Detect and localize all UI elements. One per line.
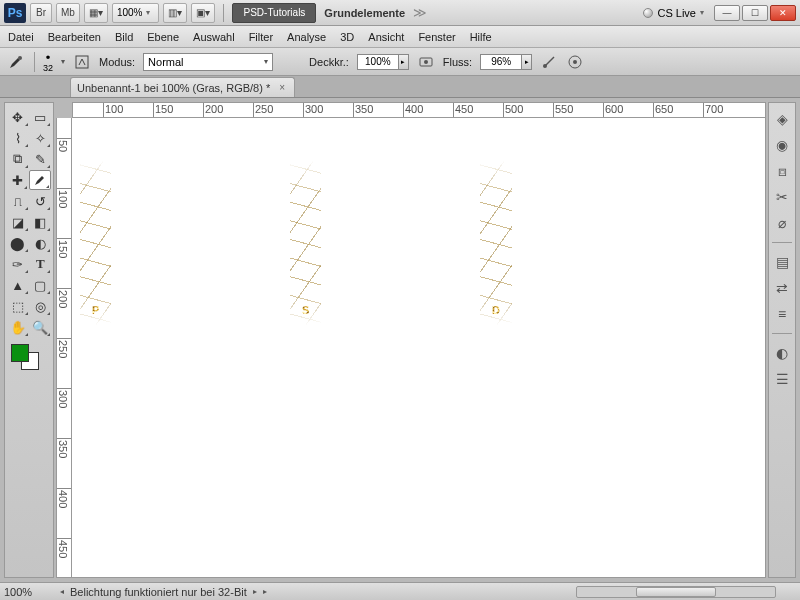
zoom-level-select[interactable]: 100% bbox=[112, 3, 160, 23]
options-bar: • 32 ▾ Modus: Normal Deckkr.: 100% ▸ Flu… bbox=[0, 48, 800, 76]
fluss-label: Fluss: bbox=[443, 56, 472, 68]
canvas-letter-s: S bbox=[302, 138, 309, 348]
adjustments-panel-icon[interactable]: ✂ bbox=[772, 187, 792, 207]
move-tool[interactable]: ✥ bbox=[7, 107, 29, 127]
menu-3d[interactable]: 3D bbox=[340, 31, 354, 43]
workspace-active[interactable]: PSD-Tutorials bbox=[232, 3, 316, 23]
status-message: Belichtung funktioniert nur bei 32-Bit bbox=[70, 586, 247, 598]
brush-panel-icon[interactable]: ◐ bbox=[772, 343, 792, 363]
opacity-input[interactable]: 100% bbox=[357, 54, 399, 70]
cslive-status-icon bbox=[643, 8, 653, 18]
document-tab-title: Unbenannt-1 bei 100% (Gras, RGB/8) * bbox=[77, 82, 270, 94]
deckkraft-label: Deckkr.: bbox=[309, 56, 349, 68]
color-panel-icon[interactable]: ▤ bbox=[772, 252, 792, 272]
cslive-label: CS Live bbox=[657, 7, 696, 19]
close-tab-icon[interactable]: × bbox=[276, 82, 288, 94]
status-flyout-icon[interactable]: ▸ bbox=[263, 587, 267, 596]
opacity-flyout[interactable]: ▸ bbox=[399, 54, 409, 70]
workspace-more-icon[interactable]: ≫ bbox=[413, 5, 427, 20]
menu-bar: Datei Bearbeiten Bild Ebene Auswahl Filt… bbox=[0, 26, 800, 48]
menu-bearbeiten[interactable]: Bearbeiten bbox=[48, 31, 101, 43]
document-tab-bar: Unbenannt-1 bei 100% (Gras, RGB/8) * × bbox=[0, 76, 800, 98]
tablet-pressure-opacity-icon[interactable] bbox=[417, 53, 435, 71]
minibridge-button[interactable]: Mb bbox=[56, 3, 80, 23]
menu-analyse[interactable]: Analyse bbox=[287, 31, 326, 43]
3d-tool[interactable]: ⬚ bbox=[7, 296, 29, 316]
path-selection-tool[interactable]: ▲ bbox=[7, 275, 29, 295]
canvas[interactable]: P S D bbox=[72, 118, 766, 578]
close-button[interactable]: ✕ bbox=[770, 5, 796, 21]
swatches-panel-icon[interactable]: ⇄ bbox=[772, 278, 792, 298]
healing-brush-tool[interactable]: ✚ bbox=[7, 170, 28, 190]
channels-panel-icon[interactable]: ◉ bbox=[772, 135, 792, 155]
airbrush-icon[interactable] bbox=[540, 53, 558, 71]
type-tool[interactable]: T bbox=[30, 254, 52, 274]
bridge-button[interactable]: Br bbox=[30, 3, 52, 23]
history-panel-icon[interactable]: ≡ bbox=[772, 304, 792, 324]
menu-ansicht[interactable]: Ansicht bbox=[368, 31, 404, 43]
screen-mode-button[interactable]: ▣▾ bbox=[191, 3, 215, 23]
history-brush-tool[interactable]: ↺ bbox=[30, 191, 52, 211]
status-zoom[interactable]: 100% bbox=[4, 586, 54, 598]
clone-stamp-tool[interactable]: ⎍ bbox=[7, 191, 29, 211]
gradient-tool[interactable]: ◧ bbox=[30, 212, 52, 232]
tablet-pressure-size-icon[interactable] bbox=[566, 53, 584, 71]
arrange-documents-button[interactable]: ▥▾ bbox=[163, 3, 187, 23]
eyedropper-tool[interactable]: ✎ bbox=[30, 149, 52, 169]
crop-tool[interactable]: ⧉ bbox=[7, 149, 29, 169]
3d-camera-tool[interactable]: ◎ bbox=[30, 296, 52, 316]
document-tab[interactable]: Unbenannt-1 bei 100% (Gras, RGB/8) * × bbox=[70, 77, 295, 97]
svg-rect-1 bbox=[76, 56, 88, 68]
dodge-tool[interactable]: ◐ bbox=[30, 233, 52, 253]
current-tool-icon[interactable] bbox=[6, 52, 26, 72]
menu-hilfe[interactable]: Hilfe bbox=[470, 31, 492, 43]
svg-point-6 bbox=[573, 60, 577, 64]
maximize-button[interactable]: ☐ bbox=[742, 5, 768, 21]
vertical-ruler: 50 100 150 200 250 300 350 400 450 bbox=[56, 118, 72, 578]
layers-panel-icon[interactable]: ◈ bbox=[772, 109, 792, 129]
scrollbar-thumb[interactable] bbox=[636, 587, 715, 597]
photoshop-logo: Ps bbox=[4, 3, 26, 23]
shape-tool[interactable]: ▢ bbox=[30, 275, 52, 295]
zoom-tool[interactable]: 🔍 bbox=[30, 317, 52, 337]
brush-panel-toggle[interactable] bbox=[73, 53, 91, 71]
svg-point-4 bbox=[543, 64, 547, 68]
toolbox: ✥ ▭ ⌇ ✧ ⧉ ✎ ✚ ⎍ ↺ ◪ ◧ ⬤ ◐ bbox=[4, 102, 54, 578]
menu-bild[interactable]: Bild bbox=[115, 31, 133, 43]
flow-input[interactable]: 96% bbox=[480, 54, 522, 70]
blend-mode-select[interactable]: Normal bbox=[143, 53, 273, 71]
minimize-button[interactable]: — bbox=[714, 5, 740, 21]
menu-auswahl[interactable]: Auswahl bbox=[193, 31, 235, 43]
view-extras-button[interactable]: ▦▾ bbox=[84, 3, 108, 23]
paths-panel-icon[interactable]: ⧈ bbox=[772, 161, 792, 181]
foreground-color-swatch[interactable] bbox=[11, 344, 29, 362]
magic-wand-tool[interactable]: ✧ bbox=[30, 128, 52, 148]
svg-point-3 bbox=[424, 60, 428, 64]
menu-filter[interactable]: Filter bbox=[249, 31, 273, 43]
blur-tool[interactable]: ⬤ bbox=[7, 233, 29, 253]
menu-datei[interactable]: Datei bbox=[8, 31, 34, 43]
brush-size-value[interactable]: 32 bbox=[43, 64, 53, 73]
svg-point-0 bbox=[18, 56, 22, 60]
lasso-tool[interactable]: ⌇ bbox=[7, 128, 29, 148]
menu-ebene[interactable]: Ebene bbox=[147, 31, 179, 43]
status-right-arrow-icon[interactable]: ▸ bbox=[253, 587, 257, 596]
status-left-arrow-icon[interactable]: ◂ bbox=[60, 587, 64, 596]
workspace-other[interactable]: Grundelemente bbox=[320, 7, 409, 19]
horizontal-scrollbar[interactable] bbox=[576, 586, 776, 598]
info-panel-icon[interactable]: ☰ bbox=[772, 369, 792, 389]
canvas-letter-d: D bbox=[492, 138, 500, 348]
pen-tool[interactable]: ✑ bbox=[7, 254, 29, 274]
styles-panel-icon[interactable]: ⌀ bbox=[772, 213, 792, 233]
flow-flyout[interactable]: ▸ bbox=[522, 54, 532, 70]
application-bar: Ps Br Mb ▦▾ 100% ▥▾ ▣▾ PSD-Tutorials Gru… bbox=[0, 0, 800, 26]
cs-live-button[interactable]: CS Live ▾ bbox=[637, 7, 710, 19]
menu-fenster[interactable]: Fenster bbox=[418, 31, 455, 43]
eraser-tool[interactable]: ◪ bbox=[7, 212, 29, 232]
color-swatches[interactable] bbox=[7, 342, 51, 374]
window-controls: — ☐ ✕ bbox=[714, 5, 796, 21]
marquee-tool[interactable]: ▭ bbox=[30, 107, 52, 127]
hand-tool[interactable]: ✋ bbox=[7, 317, 29, 337]
canvas-zone: 100 150 200 250 300 350 400 450 500 550 … bbox=[56, 102, 766, 578]
brush-tool[interactable] bbox=[29, 170, 51, 190]
